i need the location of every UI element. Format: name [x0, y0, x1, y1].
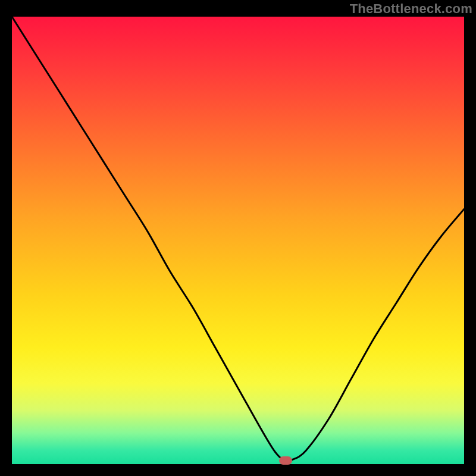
plot-area	[12, 17, 464, 464]
chart-container: TheBottleneck.com	[0, 0, 476, 476]
optimal-marker	[279, 456, 292, 465]
bottleneck-curve	[12, 17, 464, 464]
watermark-label: TheBottleneck.com	[350, 1, 472, 17]
